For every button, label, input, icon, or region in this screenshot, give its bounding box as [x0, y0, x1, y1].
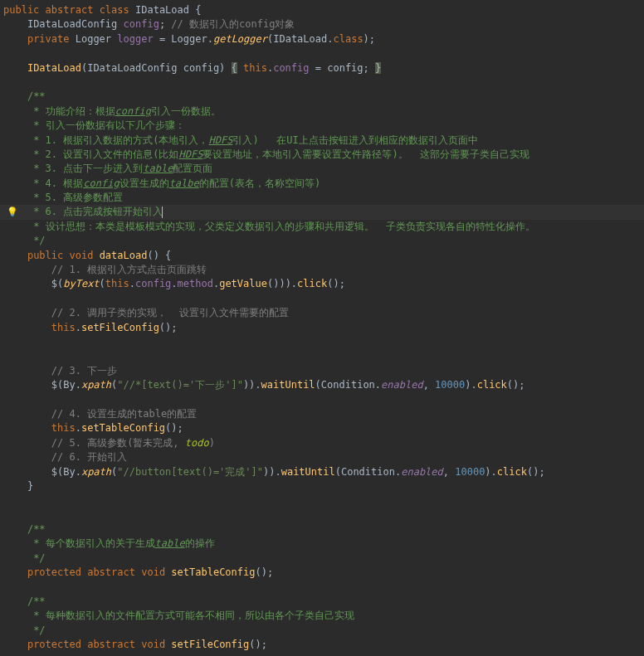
comment: ): [209, 437, 215, 449]
code-line[interactable]: IDataLoadConfig config; // 数据引入的config对象: [0, 17, 644, 32]
blank-line[interactable]: [0, 292, 644, 306]
field: enabled: [381, 379, 423, 391]
string: "//button[text()='完成']": [117, 466, 263, 478]
javadoc: * 每种数据引入的文件配置方式可能各不相同，所以由各个子类自己实现: [27, 610, 354, 621]
javadoc: * 2. 设置引入文件的信息(比如: [27, 148, 179, 160]
punct: .: [76, 422, 81, 434]
code-line[interactable]: // 2. 调用子类的实现， 设置引入文件需要的配置: [0, 306, 644, 320]
doc-line[interactable]: /**: [0, 90, 644, 104]
code-line[interactable]: // 3. 下一步: [0, 364, 644, 378]
javadoc: 的操作: [185, 537, 215, 549]
doc-line[interactable]: * 每个数据引入的关于生成table的操作: [0, 537, 644, 551]
doc-line[interactable]: * 5. 高级参数配置: [0, 191, 644, 205]
javadoc: * 引入一份数据有以下几个步骤：: [27, 119, 185, 131]
doc-line[interactable]: * 2. 设置引入文件的信息(比如HDFS要设置地址，本地引入需要设置文件路径等…: [0, 148, 644, 162]
keyword: abstract: [46, 4, 94, 16]
method-decl: dataLoad: [100, 250, 148, 261]
code-line[interactable]: protected abstract void setFileConfig();: [0, 638, 644, 652]
keyword: this: [51, 322, 76, 333]
code-line[interactable]: // 4. 设置生成的table的配置: [0, 407, 644, 421]
code-line[interactable]: // 6. 开始引入: [0, 450, 644, 464]
method-call: xpath: [81, 466, 111, 478]
code-line[interactable]: this.setTableConfig();: [0, 421, 644, 435]
keyword: void: [141, 566, 165, 578]
doc-line[interactable]: * 3. 点击下一步进入到table配置页面: [0, 162, 644, 176]
code-line[interactable]: // 1. 根据引入方式点击页面跳转: [0, 263, 644, 277]
comment: // 3. 下一步: [51, 365, 117, 377]
field: config: [124, 18, 159, 30]
field: config: [135, 278, 171, 289]
blank-line[interactable]: [0, 335, 644, 349]
keyword: public: [3, 4, 39, 16]
number: 10000: [435, 379, 465, 391]
code-line[interactable]: }: [0, 479, 644, 493]
doc-line[interactable]: * 4. 根据config设置生成的talbe的配置(表名，名称空间等): [0, 177, 644, 191]
code-line[interactable]: $(By.xpath("//button[text()='完成']")).wai…: [0, 465, 644, 479]
javadoc: /**: [27, 90, 46, 102]
keyword: protected: [27, 639, 81, 650]
doc-line[interactable]: /**: [0, 522, 644, 537]
doc-line[interactable]: /**: [0, 595, 644, 609]
doc-line[interactable]: * 引入一份数据有以下几个步骤：: [0, 119, 644, 133]
doc-line-active[interactable]: 💡 * 6. 点击完成按钮开始引入: [0, 205, 644, 219]
method-decl: setFileConfig: [171, 639, 249, 650]
javadoc: * 6. 点击完成按钮开始引入: [27, 206, 163, 217]
blank-line[interactable]: [0, 493, 644, 508]
doc-line[interactable]: * 功能介绍：根据config引入一份数据。: [0, 104, 644, 119]
method-call: click: [477, 379, 507, 391]
punct: ();: [159, 322, 178, 333]
code-line[interactable]: public void dataLoad() {: [0, 249, 644, 263]
comment: // 2. 调用子类的实现， 设置引入文件需要的配置: [51, 307, 289, 318]
doc-line[interactable]: * 每种数据引入的文件配置方式可能各不相同，所以由各个子类自己实现: [0, 609, 644, 623]
code-line[interactable]: IDataLoad(IDataLoadConfig config) { this…: [0, 61, 644, 75]
blank-line[interactable]: [0, 349, 644, 363]
punct: )).: [263, 466, 281, 478]
op: = config;: [310, 62, 375, 74]
javadoc: 配置页面: [173, 163, 212, 174]
punct: ).: [465, 379, 476, 391]
blank-line[interactable]: [0, 581, 644, 595]
blank-line[interactable]: [0, 46, 644, 61]
code-line[interactable]: protected abstract void setTableConfig()…: [0, 566, 644, 580]
code-line[interactable]: $(By.xpath("//*[text()='下一步']")).waitUnt…: [0, 378, 644, 392]
punct: (: [100, 278, 105, 289]
intention-bulb-icon[interactable]: 💡: [7, 206, 17, 216]
blank-line[interactable]: [0, 75, 644, 90]
punct: .: [171, 278, 177, 289]
type: Logger: [76, 33, 111, 45]
keyword: this: [105, 278, 129, 289]
doc-line[interactable]: * 1. 根据引入数据的方式(本地引入，HDFS引入) 在UI上点击按钮进入到相…: [0, 134, 644, 148]
keyword: public: [27, 250, 63, 261]
code-line[interactable]: private Logger logger = Logger.getLogger…: [0, 32, 644, 46]
code-line[interactable]: // 5. 高级参数(暂未完成, todo): [0, 436, 644, 450]
comment: // 4. 设置生成的table的配置: [51, 408, 197, 420]
string: "//*[text()='下一步']": [117, 379, 243, 391]
keyword: class: [100, 4, 129, 16]
method-call: waitUntil: [261, 379, 315, 391]
javadoc-ital: HDFS: [178, 148, 202, 160]
punct: (Condition.: [335, 466, 401, 478]
keyword: void: [70, 250, 94, 261]
blank-line[interactable]: [0, 393, 644, 407]
keyword: abstract: [87, 566, 135, 578]
punct: .: [129, 278, 135, 289]
javadoc-ital: table: [143, 163, 173, 174]
javadoc: 要设置地址，本地引入需要设置文件路径等)。 这部分需要子类自己实现: [202, 148, 529, 160]
keyword: private: [27, 33, 70, 45]
code-line[interactable]: public abstract class IDataLoad {: [0, 3, 644, 17]
punct: ).: [485, 466, 496, 478]
keyword: protected: [27, 566, 81, 578]
comment: // 数据引入的config对象: [171, 18, 295, 30]
blank-line[interactable]: [0, 508, 644, 522]
type: Logger: [171, 33, 207, 45]
punct: ,: [423, 379, 435, 391]
text-caret: [162, 207, 163, 218]
doc-line[interactable]: */: [0, 552, 644, 566]
method-call: byText: [63, 278, 99, 289]
code-line[interactable]: $(byText(this.config.method.getValue()))…: [0, 277, 644, 291]
doc-line[interactable]: */: [0, 624, 644, 638]
code-editor[interactable]: public abstract class IDataLoad { IDataL…: [0, 0, 644, 656]
doc-line[interactable]: * 设计思想：本类是模板模式的实现，父类定义数据引入的步骤和共用逻辑。 子类负责…: [0, 220, 644, 234]
code-line[interactable]: this.setFileConfig();: [0, 321, 644, 335]
doc-line[interactable]: */: [0, 234, 644, 248]
